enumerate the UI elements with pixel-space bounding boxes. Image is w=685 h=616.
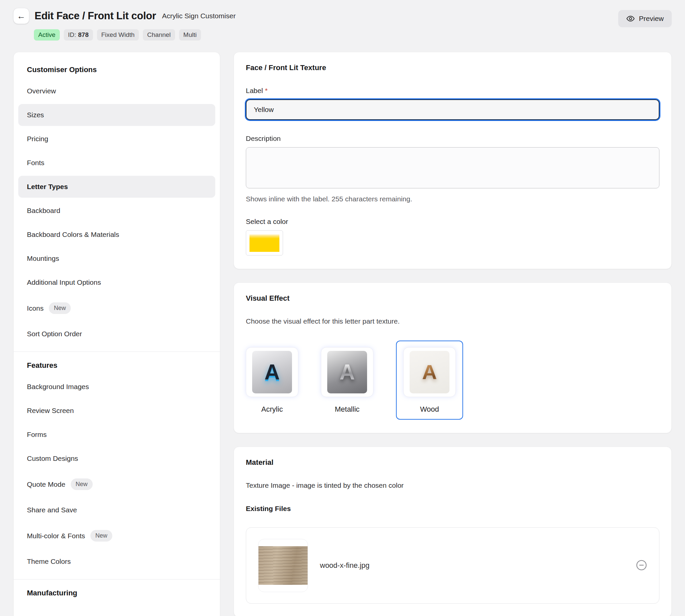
sidebar-item-backboard[interactable]: Backboard [18,200,215,222]
sidebar-item-theme-colors[interactable]: Theme Colors [18,551,215,572]
sidebar-item-label: Custom Designs [27,455,78,462]
new-badge: New [90,530,112,542]
sidebar-item-custom-designs[interactable]: Custom Designs [18,447,215,469]
file-name: wood-x-fine.jpg [320,561,370,570]
metallic-letter-thumbnail: A [327,351,367,393]
sidebar-item-label: Background Images [27,383,89,391]
sidebar-divider [14,352,220,352]
sidebar-item-label: Review Screen [27,407,74,415]
sidebar-item-letter-types[interactable]: Letter Types [18,176,215,198]
id-badge-value: 878 [78,31,89,39]
id-badge: ID:878 [64,29,93,41]
required-asterisk: * [265,87,267,94]
color-swatch-fill [249,234,280,252]
preview-button-label: Preview [639,15,664,23]
back-arrow-icon: ← [17,12,26,20]
label-text: Label [246,87,263,94]
sidebar-item-icons[interactable]: Icons New [18,295,215,321]
sidebar-item-label: Pricing [27,135,48,143]
label-field-label: Label* [246,87,659,95]
existing-files-heading: Existing Files [246,505,659,513]
texture-image-note: Texture Image - image is tinted by the c… [246,481,659,489]
minus-circle-icon [636,559,647,572]
color-picker-label: Select a color [246,218,659,226]
sidebar-item-mountings[interactable]: Mountings [18,247,215,269]
page-root: { "header": { "title": "Edit Face / Fron… [0,0,685,616]
metallic-thumbnail-frame: A [321,347,373,397]
effect-option-label: Acrylic [261,405,283,414]
effect-options-row: A Acrylic A Metallic [246,340,659,420]
sidebar-item-sort-option-order[interactable]: Sort Option Order [18,323,215,345]
description-textarea[interactable] [246,147,659,189]
badge-channel: Channel [143,29,175,41]
back-button[interactable]: ← [13,8,29,24]
existing-files-box: wood-x-fine.jpg [246,527,659,604]
remove-file-button[interactable] [636,559,647,572]
sidebar-heading-customiser-options: Customiser Options [27,65,207,74]
sidebar-item-label: Forms [27,431,47,439]
texture-card: Face / Front Lit Texture Label* Descript… [234,52,672,269]
badge-multi: Multi [179,29,201,41]
texture-card-heading: Face / Front Lit Texture [246,63,659,72]
sidebar-item-label: Backboard Colors & Materials [27,230,119,239]
effect-option-acrylic[interactable]: A Acrylic [246,340,298,414]
effect-option-wood-selected[interactable]: A Wood [396,340,463,420]
sidebar-item-label: Icons [27,304,44,312]
sidebar-item-overview[interactable]: Overview [18,80,215,102]
sidebar-item-review-screen[interactable]: Review Screen [18,400,215,422]
letter-a-glyph: A [264,361,280,383]
sidebar-item-label: Mountings [27,255,59,263]
new-badge: New [49,302,71,314]
app-header: ← Edit Face / Front Lit color Acrylic Si… [0,0,685,41]
page-title: Edit Face / Front Lit color [35,10,156,22]
sidebar-item-label: Fonts [27,159,45,167]
sidebar-item-label: Backboard [27,207,60,215]
sidebar-item-backboard-colors-materials[interactable]: Backboard Colors & Materials [18,224,215,245]
sidebar-item-label: Sizes [27,111,44,119]
status-badge-active: Active [34,29,60,41]
sidebar-divider [14,579,220,579]
letter-a-glyph: A [339,361,355,383]
file-thumbnail-frame [258,539,308,592]
page-subtitle: Acrylic Sign Customiser [162,12,236,20]
sidebar-item-share-and-save[interactable]: Share and Save [18,499,215,521]
acrylic-thumbnail-frame: A [246,347,298,397]
sidebar-item-label: Overview [27,87,56,95]
wood-texture-thumbnail [259,546,308,585]
content: Customiser Options Overview Sizes Pricin… [0,52,685,616]
eye-icon [626,14,635,23]
sidebar-item-label: Additional Input Options [27,279,101,286]
effect-option-label: Wood [420,405,439,414]
label-input[interactable] [246,100,659,120]
title-row: ← Edit Face / Front Lit color Acrylic Si… [13,8,236,24]
visual-effect-heading: Visual Effect [246,294,659,303]
header-left: ← Edit Face / Front Lit color Acrylic Si… [13,8,236,41]
sidebar-item-fonts[interactable]: Fonts [18,152,215,174]
sidebar-item-label: Letter Types [27,183,68,191]
badge-row: Active ID:878 Fixed Width Channel Multi [34,29,236,41]
color-swatch-button[interactable] [246,230,283,256]
description-helper-text: Shows inline with the label. 255 charact… [246,195,659,203]
sidebar-item-background-images[interactable]: Background Images [18,376,215,398]
sidebar-item-forms[interactable]: Forms [18,424,215,445]
sidebar-item-multi-color-fonts[interactable]: Multi-color & Fonts New [18,523,215,549]
material-heading: Material [246,458,659,467]
sidebar-item-label: Theme Colors [27,557,71,566]
sidebar-heading-manufacturing: Manufacturing [27,589,207,597]
material-card: Material Texture Image - image is tinted… [234,446,672,616]
sidebar-item-quote-mode[interactable]: Quote Mode New [18,471,215,497]
preview-button[interactable]: Preview [618,10,672,27]
sidebar-heading-features: Features [27,361,207,370]
effect-option-label: Metallic [335,405,360,414]
letter-a-glyph: A [422,362,437,382]
effect-option-metallic[interactable]: A Metallic [321,340,373,414]
id-badge-label: ID: [68,31,76,39]
sidebar-item-sizes[interactable]: Sizes [18,104,215,126]
main-column: Face / Front Lit Texture Label* Descript… [234,52,672,616]
acrylic-letter-thumbnail: A [252,351,292,393]
sidebar-item-additional-input-options[interactable]: Additional Input Options [18,271,215,293]
sidebar-item-label: Share and Save [27,506,77,514]
sidebar: Customiser Options Overview Sizes Pricin… [13,52,220,616]
sidebar-item-pricing[interactable]: Pricing [18,128,215,150]
wood-letter-thumbnail: A [410,351,449,393]
